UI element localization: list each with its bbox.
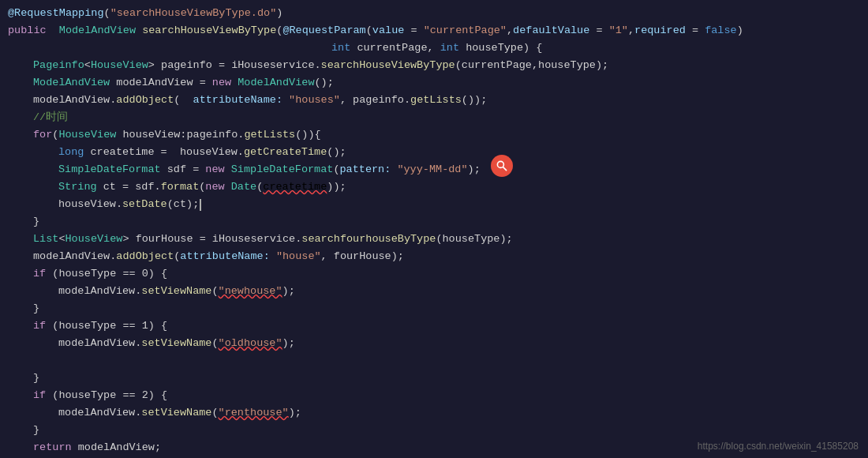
watermark: https://blog.csdn.net/weixin_41585208 <box>698 441 859 452</box>
code-line-8: for(HouseView houseView:pageinfo.getList… <box>0 126 868 144</box>
code-line-20: modelAndView.setViewName("oldhouse"); <box>0 335 868 352</box>
code-line-6: modelAndView.addObject( attributeName: "… <box>0 92 868 109</box>
code-line-15: modelAndView.addObject(attributeName: "h… <box>0 248 868 265</box>
code-line-24: modelAndView.setViewName("renthouse"); <box>0 404 868 422</box>
code-line-22: } <box>0 370 868 387</box>
code-line-5: ModelAndView modelAndView = new ModelAnd… <box>0 74 868 92</box>
code-line-21 <box>0 352 868 370</box>
code-line-4: Pageinfo<HouseView> pageinfo = iHouseser… <box>0 57 868 74</box>
annotation-1: @RequestMapping <box>8 5 104 22</box>
code-line-14: List<HouseView> fourHouse = iHouseservic… <box>0 231 868 248</box>
code-editor: @RequestMapping("searchHouseViewByType.d… <box>0 0 868 458</box>
search-svg <box>496 160 508 172</box>
code-line-23: if (houseType == 2) { <box>0 387 868 404</box>
search-icon[interactable] <box>491 155 513 177</box>
text-cursor <box>200 199 201 211</box>
code-line-16: if (houseType == 0) { <box>0 265 868 283</box>
code-line-25: } <box>0 422 868 439</box>
code-line-9: long createtime = houseView.getCreateTim… <box>0 144 868 161</box>
code-line-2: public ModelAndView searchHouseViewByTyp… <box>0 22 868 39</box>
code-line-11: String ct = sdf.format(new Date(createti… <box>0 178 868 196</box>
code-line-12: houseView.setDate(ct); <box>0 196 868 213</box>
code-line-3: int currentPage, int houseType) { <box>0 39 868 57</box>
svg-line-1 <box>503 167 507 171</box>
code-line-7: //时间 <box>0 109 868 126</box>
code-line-1: @RequestMapping("searchHouseViewByType.d… <box>0 5 868 22</box>
code-line-17: modelAndView.setViewName("newhouse"); <box>0 283 868 300</box>
code-line-10: SimpleDateFormat sdf = new SimpleDateFor… <box>0 161 868 178</box>
code-line-19: if (houseType == 1) { <box>0 317 868 335</box>
code-line-13: } <box>0 213 868 231</box>
code-line-18: } <box>0 300 868 317</box>
